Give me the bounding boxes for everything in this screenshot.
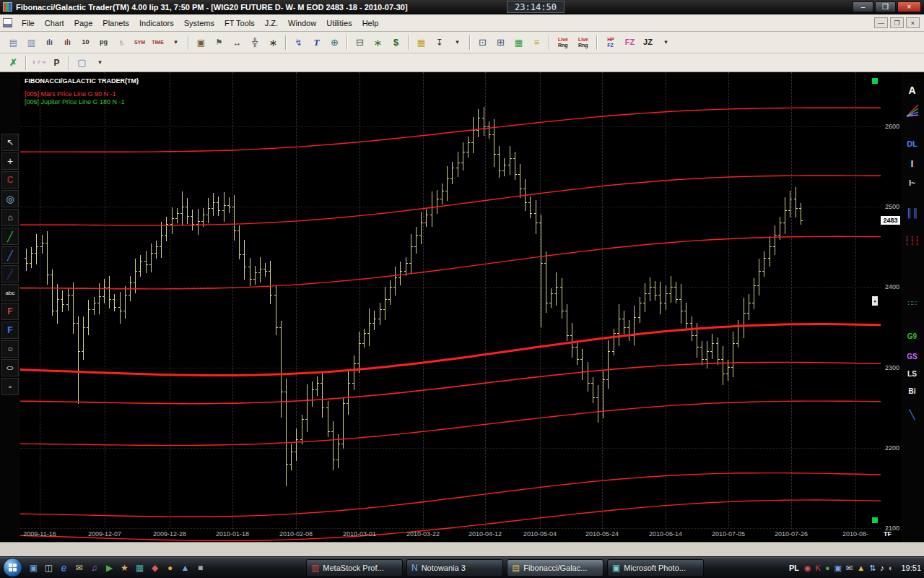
- restore-button[interactable]: ❐: [875, 1, 896, 12]
- quicklaunch-mail-icon[interactable]: ✉: [73, 561, 85, 574]
- quicklaunch-grid-icon[interactable]: ▦: [134, 561, 146, 574]
- menu-utilities[interactable]: Utilities: [321, 16, 357, 30]
- c-tool[interactable]: C: [1, 171, 19, 189]
- cube-icon[interactable]: ▣: [193, 35, 209, 51]
- chart-plot[interactable]: FIBONACCI/GALACTIC TRADER(TM) [005] Mars…: [20, 72, 881, 542]
- quicklaunch-diamond-icon[interactable]: ◆: [149, 561, 161, 574]
- tray-green-icon[interactable]: ●: [825, 564, 830, 572]
- green-dots-tool[interactable]: ∷∷: [902, 295, 922, 311]
- bar-chart-alt-icon[interactable]: ılı: [59, 35, 76, 51]
- pencil-blue-tool[interactable]: ╱: [1, 246, 19, 264]
- ls-tool[interactable]: LS: [902, 366, 922, 381]
- tray-network-icon[interactable]: ⇅: [869, 564, 876, 572]
- quicklaunch-window-icon[interactable]: ◫: [43, 561, 55, 574]
- tray-antivirus-icon[interactable]: K: [816, 564, 821, 572]
- quicklaunch-desktop-icon[interactable]: ▣: [27, 561, 40, 574]
- taskbar-clock[interactable]: 19:51: [901, 564, 921, 572]
- mdi-close-button[interactable]: ×: [906, 17, 920, 28]
- i-wave-tool[interactable]: I~: [902, 175, 922, 191]
- live-range-2-button[interactable]: LiveRng: [574, 35, 593, 51]
- menu-systems[interactable]: Systems: [179, 16, 219, 30]
- dl-tool[interactable]: DL: [902, 136, 922, 152]
- chart-canvas[interactable]: [20, 72, 881, 542]
- resize-handle-top[interactable]: [872, 78, 878, 84]
- pencil-green-tool[interactable]: ╱: [1, 228, 19, 245]
- fan-lines-icon[interactable]: [902, 103, 922, 118]
- dropdown-arrow-icon[interactable]: ▾: [658, 35, 674, 51]
- pencil-navy-tool[interactable]: ╱: [1, 265, 19, 282]
- task-notowania[interactable]: NNotowania 3: [406, 559, 503, 577]
- planet-symbol-icon[interactable]: ♄: [113, 35, 130, 51]
- crosshair-tool[interactable]: +: [1, 152, 19, 170]
- menu-jz[interactable]: J.Z.: [260, 16, 283, 30]
- quicklaunch-ie-icon[interactable]: e: [58, 561, 70, 574]
- minimize-button[interactable]: –: [853, 1, 873, 12]
- f-red-tool[interactable]: F: [1, 303, 19, 320]
- down-bar-icon[interactable]: ↧: [431, 35, 448, 51]
- mdi-document-icon[interactable]: [3, 18, 12, 27]
- menu-planets[interactable]: Planets: [97, 16, 134, 30]
- globe-icon[interactable]: ⊕: [326, 35, 343, 51]
- pg-icon[interactable]: pg: [95, 35, 112, 51]
- dropdown-arrow-icon[interactable]: ▾: [92, 55, 108, 71]
- pointer-tool[interactable]: ↖: [1, 134, 19, 151]
- grid-yellow-icon[interactable]: ▦: [413, 35, 430, 51]
- i-marker-tool[interactable]: I: [902, 156, 922, 172]
- tray-app-icon[interactable]: ▣: [834, 564, 842, 572]
- live-range-1-button[interactable]: LiveRng: [554, 35, 572, 51]
- quicklaunch-square-icon[interactable]: ■: [194, 561, 206, 574]
- sym-icon[interactable]: SYM: [131, 35, 148, 51]
- task-photo[interactable]: ▣Microsoft Photo...: [607, 559, 704, 577]
- grid-frame-icon[interactable]: ▢: [74, 55, 90, 71]
- task-fibonacci[interactable]: ▤Fibonacci/Galac...: [507, 559, 603, 577]
- ellipse-tool[interactable]: ○: [1, 359, 19, 376]
- scale-10-icon[interactable]: 10: [77, 35, 94, 51]
- planets-group-icon[interactable]: ♀♂♃: [30, 55, 47, 71]
- quicklaunch-media-icon[interactable]: ♫: [88, 561, 100, 574]
- chart-window-icon[interactable]: ⊡: [474, 35, 491, 51]
- tray-volume-icon[interactable]: ♪: [880, 564, 884, 572]
- stamp-icon[interactable]: ∗: [370, 35, 386, 51]
- building-tool[interactable]: ⌂: [1, 209, 19, 226]
- scribble-icon[interactable]: ✗: [5, 55, 22, 71]
- chart-window2-icon[interactable]: ⊞: [492, 35, 509, 51]
- quicklaunch-up-icon[interactable]: ▲: [179, 561, 191, 574]
- new-page-icon[interactable]: ▤: [5, 35, 22, 51]
- task-metastock[interactable]: ▥MetaStock Prof...: [306, 559, 403, 577]
- red-bars-tool[interactable]: ┆┆┆: [902, 233, 922, 249]
- axis-scroll-handle[interactable]: ♦: [872, 296, 878, 306]
- blue-line-tool[interactable]: ╲: [902, 406, 922, 422]
- abc-text-tool[interactable]: abc: [1, 284, 19, 301]
- square-tool[interactable]: ▫: [1, 378, 19, 395]
- menu-indicators[interactable]: Indicators: [134, 16, 179, 30]
- text-tool-icon[interactable]: T: [308, 35, 325, 51]
- hp-fz-button[interactable]: HPFZ: [601, 35, 620, 51]
- start-button[interactable]: [3, 558, 22, 577]
- bar-chart-icon[interactable]: ılı: [41, 35, 58, 51]
- menu-page[interactable]: Page: [69, 16, 98, 30]
- mdi-minimize-button[interactable]: —: [874, 17, 888, 28]
- print-icon[interactable]: ⊟: [352, 35, 368, 51]
- h-resize-icon[interactable]: ↔: [229, 35, 245, 51]
- time-icon[interactable]: TIME: [149, 35, 166, 51]
- copy-page-icon[interactable]: ▥: [23, 35, 40, 51]
- language-indicator[interactable]: PL: [789, 564, 799, 572]
- menu-help[interactable]: Help: [357, 16, 384, 30]
- tray-power-icon[interactable]: ◐: [889, 564, 894, 572]
- asterisk-icon[interactable]: ∗: [265, 35, 282, 51]
- dropdown-arrow-icon[interactable]: ▾: [167, 35, 184, 51]
- menu-fttools[interactable]: FT Tools: [219, 16, 260, 30]
- close-button[interactable]: ×: [897, 1, 921, 12]
- gs-tool[interactable]: GS: [902, 348, 922, 364]
- jz-button[interactable]: JZ: [640, 35, 656, 51]
- f-blue-tool[interactable]: F: [1, 322, 19, 339]
- tray-mail-icon[interactable]: ✉: [846, 564, 853, 572]
- bi-tool[interactable]: Bi: [902, 383, 922, 399]
- resize-handle-bottom[interactable]: [872, 517, 878, 523]
- menu-chart[interactable]: Chart: [40, 16, 69, 30]
- flag-icon[interactable]: ⚑: [211, 35, 227, 51]
- quicklaunch-dot-icon[interactable]: ●: [164, 561, 176, 574]
- dollar-icon[interactable]: $: [388, 35, 404, 51]
- quicklaunch-star-icon[interactable]: ★: [118, 561, 131, 574]
- circle-tool[interactable]: ○: [1, 340, 19, 358]
